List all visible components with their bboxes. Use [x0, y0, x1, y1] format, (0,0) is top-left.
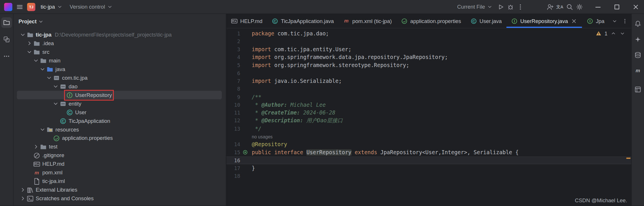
- code-line-17[interactable]: 17}: [226, 164, 631, 172]
- project-badge[interactable]: TJ: [27, 3, 35, 11]
- tool-frame-button[interactable]: [633, 85, 643, 94]
- chevron-down-icon[interactable]: [52, 83, 59, 90]
- tab-userrepository-java[interactable]: IUserRepository.java: [506, 14, 582, 28]
- code-text[interactable]: * @Author: Michael Lee: [251, 102, 326, 108]
- maven-m-button[interactable]: m: [633, 66, 643, 75]
- annotated-tree-entry[interactable]: IUserRepository: [66, 91, 112, 99]
- gutter[interactable]: 13: [226, 125, 251, 131]
- tree-entry[interactable]: application.properties: [53, 134, 113, 142]
- code-text[interactable]: import com.tic.jpa.entity.User;: [251, 46, 352, 52]
- code-text[interactable]: /**: [251, 94, 261, 100]
- tree-entry[interactable]: tic-jpa.iml: [33, 178, 65, 185]
- gutter[interactable]: 4: [226, 54, 251, 60]
- bell-button[interactable]: [633, 19, 643, 29]
- tree-entry[interactable]: External Libraries: [26, 186, 77, 194]
- gutter[interactable]: 12: [226, 118, 251, 124]
- code-text[interactable]: */: [251, 125, 261, 131]
- code-editor[interactable]: 1package com.tic.jpa.dao;23import com.ti…: [226, 28, 631, 205]
- tree-entry[interactable]: src: [33, 48, 50, 56]
- tree-entry[interactable]: resources: [46, 126, 79, 133]
- gutter[interactable]: 11: [226, 110, 251, 116]
- tree-item-tic-jpa[interactable]: tic-jpaD:\DevelopmentFiles\projects\self…: [17, 30, 222, 39]
- tree-item-main[interactable]: main: [17, 56, 222, 65]
- code-line-4[interactable]: 4import org.springframework.data.jpa.rep…: [226, 53, 631, 61]
- search-everywhere-icon[interactable]: [566, 3, 573, 11]
- tree-entry[interactable]: dao: [59, 83, 77, 90]
- chevron-down-icon[interactable]: [38, 18, 44, 24]
- gutter[interactable]: 9: [226, 94, 251, 100]
- tree-item-ticjpaapplication[interactable]: CTicJpaApplication: [17, 117, 222, 125]
- tree-item-pom-xml[interactable]: mpom.xml: [17, 168, 222, 177]
- code-line-6[interactable]: 6: [226, 69, 631, 77]
- chevron-down-icon[interactable]: [26, 48, 33, 55]
- scrollbar-warning-mark[interactable]: [626, 158, 630, 159]
- tree-entry[interactable]: test: [39, 143, 58, 150]
- chevron-down-icon[interactable]: [39, 126, 46, 133]
- gutter[interactable]: 17: [226, 165, 251, 171]
- chevron-down-icon[interactable]: [52, 100, 59, 107]
- gutter[interactable]: 7: [226, 78, 251, 84]
- tree-item-scratches-and-consoles[interactable]: Scratches and Consoles: [17, 194, 222, 203]
- minimize-button[interactable]: [590, 0, 606, 14]
- close-tab-icon[interactable]: [570, 18, 577, 24]
- settings-gear-icon[interactable]: [576, 3, 583, 11]
- code-text[interactable]: * @CreateTime: 2024-06-28: [251, 110, 335, 116]
- tree-item-dao[interactable]: dao: [17, 82, 222, 91]
- code-text[interactable]: public interface UserRepository extends …: [251, 149, 519, 155]
- vcs-widget[interactable]: Version control: [68, 3, 114, 11]
- tree-entry[interactable]: main: [39, 57, 60, 64]
- tab-user-java[interactable]: CUser.java: [466, 14, 506, 28]
- gutter[interactable]: 8: [226, 86, 251, 92]
- previous-problem-icon[interactable]: [610, 30, 616, 37]
- tab-application-properties[interactable]: application.properties: [396, 14, 466, 28]
- tree-item-external-libraries[interactable]: External Libraries: [17, 186, 222, 194]
- tree-item-entity[interactable]: entity: [17, 99, 222, 108]
- tree-item-java[interactable]: java: [17, 65, 222, 73]
- more-horizontal-button[interactable]: [1, 51, 12, 62]
- database-button[interactable]: [633, 50, 643, 60]
- tree-entry[interactable]: CUser: [66, 108, 86, 116]
- gutter[interactable]: 6: [226, 70, 251, 76]
- tree-item-userrepository[interactable]: IUserRepository: [17, 91, 222, 99]
- code-line-5[interactable]: 5import org.springframework.stereotype.R…: [226, 61, 631, 69]
- code-text[interactable]: @Repository: [251, 141, 287, 147]
- code-line-18[interactable]: 18: [226, 172, 631, 180]
- structure-button[interactable]: [1, 34, 12, 45]
- translate-icon[interactable]: 文A: [556, 3, 564, 11]
- debug-button[interactable]: [507, 3, 514, 11]
- ai-star-button[interactable]: [633, 35, 643, 44]
- chevron-down-icon[interactable]: [39, 66, 46, 73]
- code-line-15[interactable]: 15public interface UserRepository extend…: [226, 148, 631, 157]
- tree-entry[interactable]: com.tic.jpa: [53, 74, 88, 82]
- code-line-16[interactable]: 16: [226, 156, 631, 164]
- code-text[interactable]: no usages: [251, 133, 273, 140]
- tree-item-tic-jpa-iml[interactable]: tic-jpa.iml: [17, 177, 222, 186]
- run-button[interactable]: [497, 3, 504, 11]
- gutter[interactable]: 14: [226, 141, 251, 147]
- code-line-9[interactable]: 9/**: [226, 93, 631, 101]
- tab-jpa[interactable]: IJpa: [582, 14, 604, 28]
- code-line-7[interactable]: 7import java.io.Serializable;: [226, 77, 631, 85]
- tree-item-com-tic-jpa[interactable]: com.tic.jpa: [17, 73, 222, 82]
- tab-options-icon[interactable]: [622, 18, 628, 24]
- tree-entry[interactable]: mpom.xml: [33, 169, 62, 176]
- code-text[interactable]: import org.springframework.stereotype.Re…: [251, 62, 409, 68]
- chevron-down-icon[interactable]: [45, 74, 52, 81]
- next-problem-icon[interactable]: [619, 30, 625, 37]
- tree-entry[interactable]: .idea: [33, 40, 54, 47]
- code-text[interactable]: import org.springframework.data.jpa.repo…: [251, 54, 448, 60]
- tree-item-gitignore[interactable]: .gitignore: [17, 151, 222, 160]
- tree-item-application-properties[interactable]: application.properties: [17, 134, 222, 142]
- chevron-down-icon[interactable]: [33, 57, 39, 64]
- tree-item-src[interactable]: src: [17, 47, 222, 56]
- code-line-12[interactable]: 12 * @Description: 用户Dao层接口: [226, 117, 631, 125]
- code-text[interactable]: package com.tic.jpa.dao;: [251, 30, 329, 37]
- code-text[interactable]: * @Description: 用户Dao层接口: [251, 117, 343, 124]
- gutter[interactable]: 18: [226, 173, 251, 179]
- code-line-14[interactable]: 14@Repository: [226, 140, 631, 148]
- chevron-down-icon[interactable]: [19, 31, 26, 38]
- tree-item-help-md[interactable]: HELP.md: [17, 160, 222, 168]
- project-folder-button[interactable]: [1, 17, 12, 28]
- project-panel-header[interactable]: Project: [14, 14, 226, 29]
- main-menu-icon[interactable]: [16, 3, 24, 11]
